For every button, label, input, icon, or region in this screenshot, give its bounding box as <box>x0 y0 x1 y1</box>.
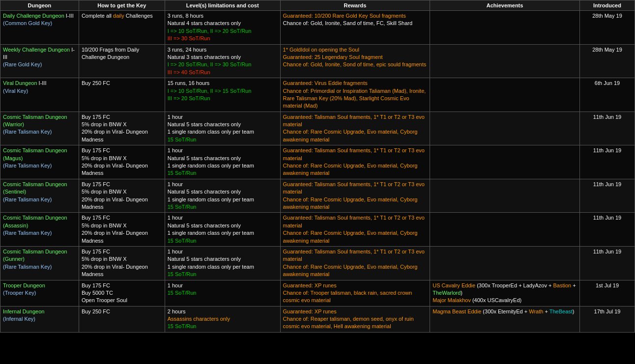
table-row: Viral Dungeon I-III (Viral Key) Buy 250 … <box>0 78 635 112</box>
dungeon-name: Cosmic Talisman Dungeon (Magus) <box>3 147 67 161</box>
dungeon-name-cell: Cosmic Talisman Dungeon (Gunner) (Rare T… <box>0 246 79 280</box>
key-method-cell: Buy 175 FC5% drop in BNW X20% drop in Vi… <box>79 246 165 280</box>
header-achievements: Achievements <box>430 0 580 11</box>
table-row: Cosmic Talisman Dungeon (Sentinel) (Rare… <box>0 179 635 213</box>
key-method-cell: Buy 175 FC5% drop in BNW X20% drop in Vi… <box>79 179 165 213</box>
introduced-cell: 28th May 19 <box>579 11 635 45</box>
table-row: Daily Challenge Dungeon I-III (Common Go… <box>0 11 635 45</box>
key-method-cell: Buy 250 FC <box>79 306 165 332</box>
level-cell: 2 hours Assassins characters only 15 SoT… <box>165 306 280 332</box>
dungeon-name: Daily Challenge Dungeon I-III <box>3 13 74 19</box>
dungeon-name: Weekly Challenge Dungeon I-III <box>3 47 75 60</box>
dungeon-key-type: (Trooper Key) <box>3 290 36 296</box>
introduced-cell: 11th Jun 19 <box>579 213 635 247</box>
introduced-cell: 11th Jun 19 <box>579 112 635 145</box>
dungeon-table: Dungeon How to get the Key Level(s) limi… <box>0 0 635 333</box>
dungeon-key-type: (Rare Talisman Key) <box>3 230 52 236</box>
achievements-cell: US Cavalry Eddie (300x TrooperEd + LadyA… <box>430 280 580 306</box>
achievements-cell <box>430 112 580 145</box>
dungeon-name-cell: Cosmic Talisman Dungeon (Warrior) (Rare … <box>0 112 79 145</box>
dungeon-name: Cosmic Talisman Dungeon (Sentinel) <box>3 181 67 195</box>
table-row: Trooper Dungeon (Trooper Key) Buy 175 FC… <box>0 280 635 306</box>
dungeon-key-type: (Rare Talisman Key) <box>3 163 52 168</box>
dungeon-name-cell: Trooper Dungeon (Trooper Key) <box>0 280 79 306</box>
dungeon-name-cell: Viral Dungeon I-III (Viral Key) <box>0 78 79 112</box>
key-method-cell: Buy 175 FC5% drop in BNW X20% drop in Vi… <box>79 213 165 247</box>
dungeon-name: Cosmic Talisman Dungeon (Assassin) <box>3 215 67 228</box>
dungeon-name-cell: Cosmic Talisman Dungeon (Magus) (Rare Ta… <box>0 145 79 179</box>
achievements-cell <box>430 246 580 280</box>
level-cell: 1 hour Natural 5 stars characters only 1… <box>165 145 280 179</box>
level-cell: 1 hour Natural 5 stars characters only 1… <box>165 112 280 145</box>
key-method-cell: Buy 175 FC5% drop in BNW X20% drop in Vi… <box>79 145 165 179</box>
level-cell: 15 runs, 16 hours I => 10 SoT/Run, II =>… <box>165 78 280 112</box>
dungeon-name-cell: Infernal Dungeon (Infernal Key) <box>0 306 79 332</box>
dungeon-key-type: (Viral Key) <box>3 88 28 94</box>
key-method-cell: 10/200 Frags from Daily Challenge Dungeo… <box>79 44 165 78</box>
dungeon-name: Trooper Dungeon <box>3 282 45 288</box>
achievements-cell <box>430 11 580 45</box>
level-cell: 3 runs, 24 hours Natural 3 stars charact… <box>165 44 280 78</box>
key-method-cell: Complete all daily Challenges <box>79 11 165 45</box>
header-key: How to get the Key <box>79 0 165 11</box>
level-cell: 1 hour Natural 5 stars characters only 1… <box>165 179 280 213</box>
table-row: Weekly Challenge Dungeon I-III (Rare Gol… <box>0 44 635 78</box>
dungeon-name: Viral Dungeon I-III <box>3 80 46 86</box>
dungeon-name: Cosmic Talisman Dungeon (Gunner) <box>3 249 67 262</box>
level-cell: 3 runs, 8 hours Natural 4 stars characte… <box>165 11 280 45</box>
achievements-cell <box>430 78 580 112</box>
rewards-cell: Guaranteed: Talisman Soul framents, 1* T… <box>280 112 430 145</box>
table-row: Cosmic Talisman Dungeon (Gunner) (Rare T… <box>0 246 635 280</box>
table-row: Infernal Dungeon (Infernal Key) Buy 250 … <box>0 306 635 332</box>
dungeon-key-type: (Rare Gold Key) <box>3 61 42 67</box>
achievements-cell: Magma Beast Eddie (300x EternityEd + Wra… <box>430 306 580 332</box>
achievements-cell <box>430 213 580 247</box>
level-cell: 1 hour Natural 5 stars characters only 1… <box>165 246 280 280</box>
introduced-cell: 1st Jul 19 <box>579 280 635 306</box>
dungeon-name: Cosmic Talisman Dungeon (Warrior) <box>3 114 67 127</box>
achievements-cell <box>430 44 580 78</box>
dungeon-key-type: (Common Gold Key) <box>3 20 52 26</box>
introduced-cell: 28th May 19 <box>579 44 635 78</box>
rewards-cell: Guaranteed: Talisman Soul framents, 1* T… <box>280 246 430 280</box>
header-dungeon: Dungeon <box>0 0 79 11</box>
introduced-cell: 11th Jun 19 <box>579 179 635 213</box>
rewards-cell: Guaranteed: Talisman Soul framents, 1* T… <box>280 179 430 213</box>
rewards-cell: Guaranteed: Talisman Soul framents, 1* T… <box>280 145 430 179</box>
table-row: Cosmic Talisman Dungeon (Warrior) (Rare … <box>0 112 635 145</box>
level-cell: 1 hour 15 SoT/Run <box>165 280 280 306</box>
rewards-cell: Guaranteed: Virus Eddie fragments Chance… <box>280 78 430 112</box>
rewards-cell: Guaranteed: XP runes Chance of: Reaper t… <box>280 306 430 332</box>
key-method-cell: Buy 175 FC5% drop in BNW X20% drop in Vi… <box>79 112 165 145</box>
header-introduced: Introduced <box>579 0 635 11</box>
dungeon-key-type: (Infernal Key) <box>3 316 35 322</box>
rewards-cell: Guaranteed: 10/200 Rare Gold Key Soul fr… <box>280 11 430 45</box>
rewards-cell: Guaranteed: XP runes Chance of: Trooper … <box>280 280 430 306</box>
key-method-cell: Buy 175 FCBuy 5000 TCOpen Trooper Soul <box>79 280 165 306</box>
introduced-cell: 6th Jun 19 <box>579 78 635 112</box>
introduced-cell: 11th Jun 19 <box>579 246 635 280</box>
table-row: Cosmic Talisman Dungeon (Magus) (Rare Ta… <box>0 145 635 179</box>
achievements-cell <box>430 179 580 213</box>
header-level: Level(s) limitations and cost <box>165 0 280 11</box>
achievements-cell <box>430 145 580 179</box>
table-row: Cosmic Talisman Dungeon (Assassin) (Rare… <box>0 213 635 247</box>
header-rewards: Rewards <box>280 0 430 11</box>
level-cell: 1 hour Natural 5 stars characters only 1… <box>165 213 280 247</box>
dungeon-name-cell: Cosmic Talisman Dungeon (Sentinel) (Rare… <box>0 179 79 213</box>
introduced-cell: 17th Jul 19 <box>579 306 635 332</box>
dungeon-name-cell: Cosmic Talisman Dungeon (Assassin) (Rare… <box>0 213 79 247</box>
introduced-cell: 11th Jun 19 <box>579 145 635 179</box>
dungeon-name-cell: Weekly Challenge Dungeon I-III (Rare Gol… <box>0 44 79 78</box>
dungeon-key-type: (Rare Talisman Key) <box>3 264 52 270</box>
rewards-cell: Guaranteed: Talisman Soul framents, 1* T… <box>280 213 430 247</box>
dungeon-name: Infernal Dungeon <box>3 308 44 314</box>
dungeon-key-type: (Rare Talisman Key) <box>3 129 52 135</box>
dungeon-key-type: (Rare Talisman Key) <box>3 196 52 202</box>
dungeon-name-cell: Daily Challenge Dungeon I-III (Common Go… <box>0 11 79 45</box>
rewards-cell: 1* GoldIdol on opening the Soul Guarante… <box>280 44 430 78</box>
key-method-cell: Buy 250 FC <box>79 78 165 112</box>
